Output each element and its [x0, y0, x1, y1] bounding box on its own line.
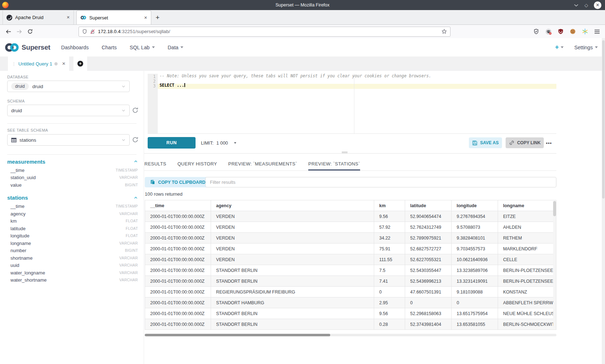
reload-button[interactable] — [24, 29, 35, 34]
scrollbar-thumb[interactable] — [553, 201, 556, 216]
schema-column-row[interactable]: longitudeFLOAT — [7, 232, 138, 240]
more-options-button[interactable]: ••• — [546, 137, 552, 148]
add-query-tab-button[interactable]: + — [73, 56, 87, 71]
chevron-down-icon — [121, 108, 126, 113]
schema-column-row[interactable]: water_longnameVARCHAR — [7, 269, 138, 277]
nav-charts[interactable]: Charts — [102, 45, 117, 50]
schema-table-header[interactable]: measurements — [7, 156, 138, 167]
schema-column-row[interactable]: latitudeFLOAT — [7, 225, 138, 232]
query-tab-active[interactable]: ⋮ Untitled Query 1 ✕ — [8, 56, 69, 71]
schema-column-row[interactable]: __timeTIMESTAMP — [7, 203, 138, 210]
run-button[interactable]: RUN — [148, 137, 196, 149]
window-close-button[interactable]: ✕ — [594, 1, 601, 9]
forward-button[interactable] — [14, 29, 24, 34]
nav-dashboards[interactable]: Dashboards — [61, 45, 89, 50]
results-col-header[interactable]: km — [374, 200, 405, 211]
snowflake-extension-icon[interactable] — [582, 28, 588, 35]
schema-column-row[interactable]: shortnameVARCHAR — [7, 254, 138, 262]
refresh-schema-button[interactable] — [132, 107, 139, 114]
database-select[interactable]: druid druid — [7, 81, 130, 92]
settings-menu[interactable]: Settings — [574, 45, 598, 50]
query-tab-close-icon[interactable]: ✕ — [62, 61, 66, 66]
table-horizontal-scrollbar[interactable] — [145, 334, 556, 336]
schema-column-row[interactable]: water_shortnameVARCHAR — [7, 277, 138, 284]
results-col-header[interactable]: longitude — [452, 200, 498, 211]
cookie-extension-icon[interactable] — [570, 28, 576, 35]
bookmark-star-icon[interactable] — [442, 29, 447, 34]
new-item-button[interactable]: + — [555, 44, 564, 51]
schema-column-row[interactable]: __timeTIMESTAMP — [7, 167, 138, 174]
nav-sql-lab[interactable]: SQL Lab — [130, 45, 154, 50]
superset-navbar: Superset Dashboards Charts SQL Lab Data … — [0, 38, 605, 56]
url-bar[interactable]: 172.18.0.4:32251/superset/sqllab/ — [79, 27, 451, 37]
rows-returned-label: 100 rows returned — [145, 191, 183, 197]
chevron-down-icon — [180, 46, 183, 48]
ublock-extension-icon[interactable] — [558, 28, 564, 35]
table-icon — [11, 138, 17, 142]
chevron-up-icon[interactable] — [134, 196, 138, 200]
tab-close-icon[interactable]: ✕ — [67, 15, 70, 20]
results-col-header[interactable]: __time — [145, 200, 211, 211]
window-minimize-icon[interactable] — [574, 4, 579, 7]
results-tab[interactable]: PREVIEW: `STATIONS` — [308, 157, 360, 170]
table-select[interactable]: stations — [7, 134, 130, 146]
chevron-down-icon — [121, 84, 126, 88]
chevron-down-icon — [561, 46, 564, 48]
pane-divider[interactable] — [144, 153, 556, 154]
database-pill: druid — [11, 83, 29, 90]
filter-results-input[interactable] — [205, 177, 556, 187]
copy-to-clipboard-button[interactable]: COPY TO CLIPBOARD — [145, 177, 211, 187]
save-as-button[interactable]: SAVE AS — [469, 137, 502, 148]
browser-tab-druid[interactable]: Apache Druid ✕ — [3, 10, 74, 24]
table-vertical-scrollbar[interactable] — [553, 201, 556, 329]
results-col-header[interactable]: longname — [498, 200, 556, 211]
schema-column-row[interactable]: station_uuidVARCHAR — [7, 174, 138, 182]
containers-mask-extension-icon[interactable] — [545, 28, 552, 35]
schema-column-row[interactable]: agencyVARCHAR — [7, 210, 138, 218]
chevron-up-icon[interactable] — [134, 159, 138, 164]
limit-value: 1 000 — [216, 140, 228, 146]
results-tab[interactable]: QUERY HISTORY — [178, 157, 217, 170]
menu-hamburger-icon[interactable] — [594, 29, 600, 34]
pane-drag-handle-icon[interactable] — [342, 152, 348, 154]
refresh-table-button[interactable] — [132, 136, 139, 144]
results-row: 2000-01-01T00:00:00.000ZVERDEN9.5652.904… — [145, 211, 556, 222]
schema-column-row[interactable]: kmFLOAT — [7, 218, 138, 225]
tab-close-icon[interactable]: ✕ — [144, 15, 147, 20]
new-tab-button[interactable]: + — [156, 14, 160, 22]
results-row: 2000-01-01T00:00:00.000ZSTANDORT BERLIN7… — [145, 276, 556, 287]
results-col-header[interactable]: latitude — [405, 200, 452, 211]
brand-name: Superset — [22, 44, 50, 51]
browser-tab-superset[interactable]: Superset ✕ — [76, 10, 151, 24]
tracking-shield-icon[interactable] — [82, 29, 87, 34]
back-button[interactable] — [3, 29, 14, 34]
sql-editor[interactable]: 123 -- Note: Unless you save your query,… — [148, 74, 556, 134]
superset-favicon — [80, 15, 86, 20]
database-label: DATABASE — [7, 75, 28, 79]
editor-code[interactable]: -- Note: Unless you save your query, the… — [158, 74, 556, 133]
schema-column-row[interactable]: numberBIGINT — [7, 247, 138, 255]
schema-column-row[interactable]: valueBIGINT — [7, 181, 138, 189]
editor-line-select: SELECT ... — [158, 83, 556, 88]
schema-column-row[interactable]: longnameVARCHAR — [7, 240, 138, 247]
scrollbar-thumb[interactable] — [145, 334, 330, 336]
scrollbar-thumb[interactable] — [602, 40, 605, 199]
nav-data[interactable]: Data — [168, 45, 184, 50]
results-row: 2000-01-01T00:00:00.000ZSTANDORT BERLIN7… — [145, 265, 556, 276]
copy-link-button[interactable]: COPY LINK — [506, 137, 544, 148]
results-col-header[interactable]: agency — [211, 200, 374, 211]
page-scrollbar[interactable] — [602, 38, 605, 364]
chevron-down-icon — [152, 46, 155, 48]
divider — [7, 123, 136, 124]
superset-logo[interactable]: Superset — [4, 42, 50, 53]
results-tab[interactable]: PREVIEW: `MEASUREMENTS` — [228, 157, 297, 170]
insecure-lock-icon[interactable] — [90, 29, 95, 34]
schema-table-header[interactable]: stations — [7, 193, 138, 203]
window-maximize-icon[interactable]: ◇ — [584, 3, 588, 8]
limit-control[interactable]: LIMIT: 1 000 — [201, 137, 237, 149]
schema-column-row[interactable]: uuidVARCHAR — [7, 262, 138, 269]
results-tab[interactable]: RESULTS — [144, 157, 166, 170]
drag-handle-icon[interactable]: ⋮ — [12, 61, 16, 67]
shield-check-extension-icon[interactable] — [533, 28, 539, 35]
schema-select[interactable]: druid — [7, 105, 130, 116]
